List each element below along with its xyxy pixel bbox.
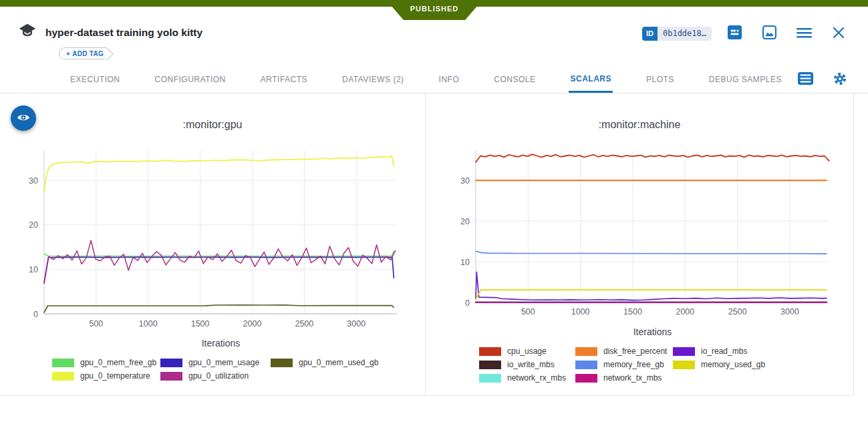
hamburger-menu-icon — [797, 25, 812, 42]
legend-swatch — [575, 374, 597, 383]
close-button[interactable] — [831, 25, 847, 41]
legend-item-io-write-mbs[interactable]: io_write_mbs — [479, 358, 575, 371]
legend-item-gpu-0-mem-used-gb[interactable]: gpu_0_mem_used_gb — [271, 356, 404, 369]
show-hide-metrics-button[interactable] — [11, 105, 36, 131]
svg-text:2500: 2500 — [728, 307, 747, 316]
legend-swatch — [479, 361, 501, 369]
tab-plots[interactable]: PLOTS — [645, 66, 676, 93]
svg-text:0: 0 — [33, 310, 38, 319]
legend-swatch — [52, 372, 74, 381]
machine-chart-legend: cpu_usage disk_free_percent io_read_mbs … — [479, 345, 853, 385]
legend-item-network-tx-mbs[interactable]: network_tx_mbs — [575, 371, 673, 385]
svg-text:1000: 1000 — [139, 319, 158, 328]
tab-info[interactable]: INFO — [438, 66, 461, 93]
add-tag-label: ADD TAG — [72, 50, 104, 57]
table-view-button[interactable] — [797, 71, 813, 87]
eye-icon — [17, 112, 30, 125]
tab-dataviews[interactable]: DATAVIEWS (2) — [341, 66, 406, 93]
legend-item-gpu-0-mem-free-gb[interactable]: gpu_0_mem_free_gb — [52, 356, 160, 369]
legend-swatch — [479, 347, 501, 356]
close-icon — [832, 26, 845, 41]
notes-icon — [728, 25, 742, 41]
tab-console[interactable]: CONSOLE — [492, 66, 537, 93]
image-icon — [762, 25, 776, 41]
add-tag-button[interactable]: + ADD TAG — [59, 47, 106, 59]
gpu-chart-xlabel: Iterations — [0, 338, 426, 353]
svg-text:1000: 1000 — [571, 307, 590, 316]
legend-swatch — [575, 361, 597, 369]
legend-swatch — [479, 374, 501, 383]
svg-text:3000: 3000 — [347, 319, 366, 328]
plus-icon: + — [66, 50, 70, 57]
svg-text:20: 20 — [29, 220, 38, 230]
scalar-plots-area: :monitor:gpu 500100015002000250030000102… — [0, 93, 854, 396]
tab-execution[interactable]: EXECUTION — [69, 66, 122, 93]
legend-item-disk-free-percent[interactable]: disk_free_percent — [575, 345, 673, 358]
tab-configuration[interactable]: CONFIGURATION — [154, 66, 227, 93]
experiment-title[interactable]: hyper-dataset training yolo kitty — [45, 27, 202, 39]
menu-button[interactable] — [796, 25, 812, 41]
svg-text:30: 30 — [460, 176, 470, 186]
legend-item-gpu-0-mem-usage[interactable]: gpu_0_mem_usage — [160, 356, 271, 369]
legend-swatch — [52, 359, 74, 367]
svg-text:1500: 1500 — [191, 319, 210, 328]
legend-swatch — [271, 359, 293, 367]
svg-text:2000: 2000 — [676, 307, 694, 316]
tab-debug-samples[interactable]: DEBUG SAMPLES — [708, 66, 783, 93]
machine-chart-card: :monitor:machine 50010001500200025003000… — [426, 93, 854, 395]
tab-artifacts[interactable]: ARTIFACTS — [259, 66, 309, 93]
id-value: 0b1dde18… — [658, 27, 712, 41]
experiment-detail-page: PUBLISHED hyper-dataset training yolo ki… — [0, 0, 868, 442]
tab-bar: EXECUTION CONFIGURATION ARTIFACTS DATAVI… — [0, 66, 868, 93]
svg-text:20: 20 — [460, 217, 470, 226]
svg-text:3000: 3000 — [780, 307, 799, 316]
machine-chart-canvas[interactable]: 500100015002000250030000102030 — [426, 134, 854, 324]
svg-text:2500: 2500 — [295, 319, 313, 328]
legend-swatch — [673, 361, 695, 369]
experiment-icon — [17, 22, 37, 42]
table-view-icon — [798, 72, 813, 87]
svg-text:1500: 1500 — [623, 307, 642, 316]
legend-item-network-rx-mbs[interactable]: network_rx_mbs — [479, 371, 575, 385]
gear-icon — [833, 71, 847, 88]
svg-text:2000: 2000 — [243, 319, 262, 328]
gpu-chart-canvas[interactable]: 500100015002000250030000102030 — [0, 134, 426, 334]
legend-swatch — [673, 347, 695, 356]
legend-item-gpu-0-utilization[interactable]: gpu_0_utilization — [160, 369, 271, 383]
machine-chart-xlabel: Iterations — [426, 326, 854, 341]
svg-text:10: 10 — [29, 265, 38, 274]
gpu-chart-card: :monitor:gpu 500100015002000250030000102… — [0, 93, 426, 395]
tab-scalars[interactable]: SCALARS — [569, 66, 613, 93]
settings-button[interactable] — [832, 71, 848, 87]
legend-item-io-read-mbs[interactable]: io_read_mbs — [673, 345, 807, 358]
header-actions: ID 0b1dde18… — [642, 25, 847, 41]
legend-item-gpu-0-temperature[interactable]: gpu_0_temperature — [52, 369, 160, 383]
legend-item-cpu-usage[interactable]: cpu_usage — [479, 345, 575, 358]
svg-text:500: 500 — [521, 307, 535, 316]
svg-text:0: 0 — [465, 298, 470, 308]
gpu-chart-legend: gpu_0_mem_free_gb gpu_0_mem_usage gpu_0_… — [52, 356, 425, 383]
id-label: ID — [642, 27, 658, 41]
svg-text:30: 30 — [29, 176, 38, 186]
svg-text:500: 500 — [89, 319, 103, 328]
debug-image-button[interactable] — [761, 25, 777, 41]
experiment-id-badge[interactable]: ID 0b1dde18… — [642, 27, 712, 41]
gpu-chart-title: :monitor:gpu — [0, 119, 425, 134]
machine-chart-title: :monitor:machine — [426, 119, 853, 134]
status-ribbon: PUBLISHED — [386, 0, 482, 20]
status-label: PUBLISHED — [410, 5, 459, 15]
legend-swatch — [575, 347, 597, 356]
legend-item-memory-free-gb[interactable]: memory_free_gb — [575, 358, 673, 371]
notes-button[interactable] — [726, 25, 742, 41]
legend-swatch — [160, 372, 182, 381]
svg-text:10: 10 — [460, 258, 470, 267]
legend-swatch — [160, 359, 182, 367]
legend-item-memory-used-gb[interactable]: memory_used_gb — [673, 358, 807, 371]
